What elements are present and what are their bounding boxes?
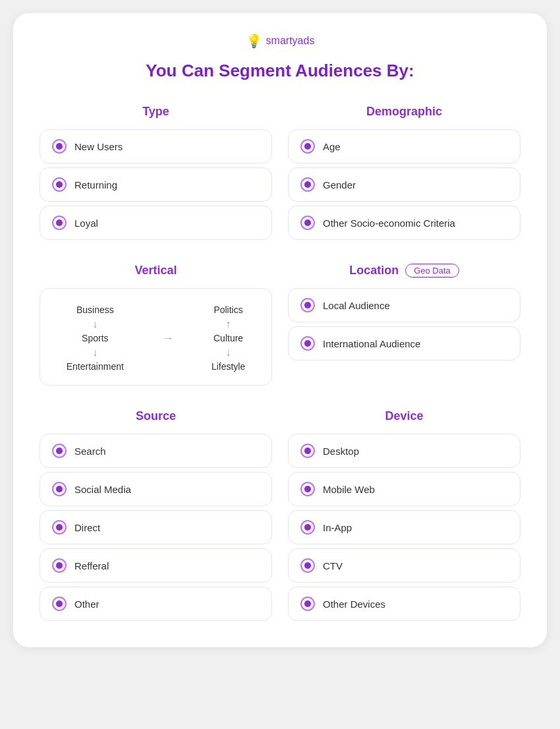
- v-arrow: ↓: [92, 318, 98, 330]
- list-item: Desktop: [288, 434, 520, 468]
- list-item: Refferal: [40, 548, 272, 583]
- item-label: New Users: [74, 141, 123, 152]
- item-label: CTV: [323, 560, 343, 571]
- type-items-list: New Users Returning Loyal: [40, 129, 272, 240]
- section-location: Location Geo Data Local Audience Interna…: [288, 264, 520, 386]
- section-type: Type New Users Returning Loyal: [40, 105, 272, 240]
- radio-icon: [52, 520, 67, 535]
- h-arrow: →: [161, 332, 173, 345]
- item-label: Gender: [323, 179, 356, 190]
- v-item: Business: [76, 302, 114, 318]
- item-label: Age: [323, 141, 341, 152]
- list-item: Other: [40, 587, 272, 621]
- vertical-col-1: Business ↓ Sports ↓ Entertainment: [67, 302, 124, 374]
- v-arrow: ↓: [226, 346, 231, 359]
- section-type-title: Type: [142, 105, 169, 119]
- v-item: Sports: [82, 330, 108, 346]
- brand-name: smartyads: [266, 35, 315, 47]
- section-location-title: Location: [349, 264, 399, 277]
- section-location-title-row: Location Geo Data: [349, 264, 459, 277]
- list-item: Direct: [40, 510, 272, 544]
- vertical-box: Business ↓ Sports ↓ Entertainment → Poli…: [40, 288, 272, 386]
- radio-icon: [52, 597, 67, 611]
- radio-icon: [300, 597, 315, 611]
- list-item: Gender: [288, 167, 520, 202]
- radio-icon: [300, 139, 315, 154]
- main-card: 💡 smartyads You Can Segment Audiences By…: [13, 13, 547, 647]
- radio-icon: [52, 139, 67, 154]
- list-item: Loyal: [40, 206, 272, 240]
- item-label: Mobile Web: [323, 484, 375, 495]
- list-item: New Users: [40, 129, 272, 163]
- section-source-title: Source: [136, 409, 176, 423]
- radio-icon: [300, 558, 315, 573]
- v-item: Culture: [213, 330, 243, 346]
- item-label: International Audience: [323, 338, 420, 349]
- section-device: Device Desktop Mobile Web In-App CTV: [288, 409, 520, 621]
- item-label: Desktop: [323, 446, 359, 457]
- list-item: Search: [40, 434, 272, 468]
- radio-icon: [52, 482, 67, 496]
- page-title: You Can Segment Audiences By:: [40, 61, 520, 81]
- v-item: Entertainment: [67, 359, 124, 374]
- list-item: CTV: [288, 548, 520, 583]
- demographic-items-list: Age Gender Other Socio-economic Criteria: [288, 129, 520, 240]
- list-item: Other Devices: [288, 587, 520, 621]
- section-vertical-title: Vertical: [134, 264, 177, 277]
- item-label: Loyal: [74, 218, 98, 229]
- v-arrow: ↓: [92, 346, 98, 359]
- geo-badge: Geo Data: [405, 264, 459, 277]
- vertical-col-2: Politics ↑ Culture ↓ Lifestyle: [211, 302, 245, 374]
- list-item: Age: [288, 129, 520, 163]
- item-label: Refferal: [74, 560, 109, 571]
- radio-icon: [300, 298, 315, 312]
- list-item: Other Socio-economic Criteria: [288, 206, 520, 240]
- radio-icon: [300, 520, 315, 535]
- location-items-list: Local Audience International Audience: [288, 288, 520, 361]
- section-source: Source Search Social Media Direct Reffer…: [40, 409, 272, 621]
- list-item: Local Audience: [288, 288, 520, 322]
- item-label: Returning: [74, 179, 117, 190]
- item-label: Direct: [74, 522, 100, 533]
- logo: 💡 smartyads: [40, 33, 520, 49]
- item-label: Social Media: [74, 484, 131, 495]
- radio-icon: [300, 216, 315, 230]
- radio-icon: [52, 177, 67, 192]
- v-item: Lifestyle: [211, 359, 245, 374]
- v-arrow: ↑: [226, 318, 231, 330]
- item-label: Other: [74, 598, 99, 610]
- source-items-list: Search Social Media Direct Refferal Othe…: [40, 434, 272, 621]
- item-label: In-App: [323, 522, 352, 533]
- list-item: International Audience: [288, 326, 520, 361]
- radio-icon: [300, 177, 315, 192]
- radio-icon: [52, 444, 67, 458]
- device-items-list: Desktop Mobile Web In-App CTV Other Devi…: [288, 434, 520, 621]
- item-label: Local Audience: [323, 300, 390, 311]
- section-vertical: Vertical Business ↓ Sports ↓ Entertainme…: [40, 264, 272, 386]
- radio-icon: [52, 558, 67, 573]
- sections-grid: Type New Users Returning Loyal Demograph…: [40, 105, 520, 621]
- radio-icon: [300, 444, 315, 458]
- section-device-title: Device: [385, 409, 423, 423]
- item-label: Other Socio-economic Criteria: [323, 218, 455, 229]
- v-item: Politics: [213, 302, 242, 318]
- list-item: Returning: [40, 167, 272, 202]
- radio-icon: [52, 216, 67, 230]
- item-label: Other Devices: [323, 598, 385, 610]
- section-demographic-title: Demographic: [366, 105, 442, 119]
- section-demographic: Demographic Age Gender Other Socio-econo…: [288, 105, 520, 240]
- list-item: Mobile Web: [288, 472, 520, 506]
- radio-icon: [300, 482, 315, 496]
- item-label: Search: [74, 446, 106, 457]
- radio-icon: [300, 336, 315, 351]
- list-item: In-App: [288, 510, 520, 544]
- list-item: Social Media: [40, 472, 272, 506]
- logo-icon: 💡: [246, 33, 262, 49]
